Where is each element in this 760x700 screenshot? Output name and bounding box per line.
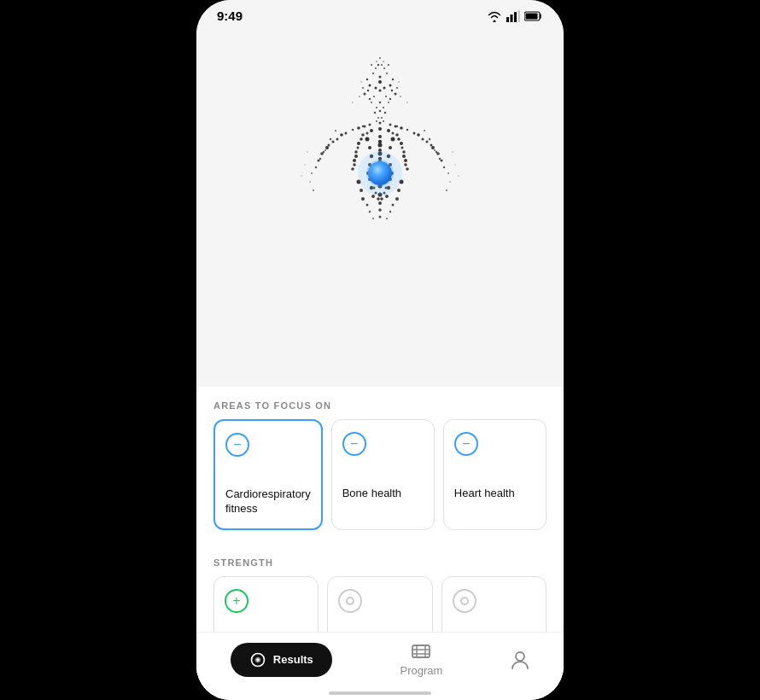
svg-point-142 — [378, 140, 382, 143]
svg-point-32 — [376, 107, 377, 108]
nav-program[interactable]: Program — [400, 642, 443, 677]
svg-point-62 — [328, 144, 330, 147]
bone-health-minus-icon[interactable] — [342, 432, 366, 456]
svg-rect-0 — [506, 17, 509, 22]
svg-point-94 — [351, 167, 354, 171]
svg-point-54 — [383, 120, 384, 122]
svg-point-178 — [386, 218, 388, 219]
bone-health-card[interactable]: Bone health — [331, 419, 435, 530]
nav-results[interactable]: Results — [231, 643, 332, 677]
svg-point-95 — [406, 167, 409, 171]
svg-point-101 — [389, 146, 392, 149]
svg-point-87 — [395, 133, 399, 137]
svg-point-91 — [402, 150, 406, 154]
svg-point-53 — [376, 120, 377, 122]
bone-health-label: Bone health — [342, 487, 424, 501]
svg-point-44 — [400, 96, 401, 97]
svg-point-12 — [389, 85, 392, 87]
svg-point-136 — [324, 149, 326, 151]
svg-point-155 — [404, 163, 407, 166]
blue-dot[interactable] — [368, 161, 392, 185]
cardiorespiratory-card[interactable]: Cardiorespiratory fitness — [213, 419, 323, 530]
svg-point-24 — [388, 64, 389, 66]
svg-point-15 — [362, 87, 364, 89]
svg-point-139 — [362, 125, 364, 127]
svg-point-45 — [352, 102, 353, 102]
svg-point-124 — [385, 195, 389, 198]
areas-section-label: AREAS TO FOCUS ON — [196, 387, 564, 419]
svg-point-36 — [383, 87, 386, 90]
battery-icon — [524, 11, 543, 21]
body-visualization — [196, 28, 564, 387]
status-time: 9:49 — [217, 9, 243, 23]
svg-point-75 — [422, 138, 424, 141]
svg-point-133 — [424, 130, 425, 131]
svg-point-180 — [256, 658, 259, 661]
svg-rect-1 — [511, 15, 513, 22]
svg-point-50 — [377, 117, 379, 119]
svg-point-149 — [397, 137, 400, 141]
svg-point-92 — [353, 159, 356, 162]
svg-point-28 — [379, 90, 382, 92]
svg-rect-5 — [526, 13, 538, 19]
svg-point-74 — [443, 166, 445, 168]
svg-point-80 — [406, 129, 408, 131]
svg-point-64 — [319, 158, 321, 160]
svg-point-177 — [379, 216, 382, 219]
wifi-icon — [487, 10, 502, 22]
svg-point-116 — [360, 189, 363, 192]
svg-point-164 — [307, 151, 308, 153]
svg-point-131 — [446, 190, 447, 191]
svg-point-129 — [449, 181, 451, 183]
strength-plus-icon[interactable] — [225, 589, 248, 613]
svg-point-134 — [330, 138, 331, 140]
heart-health-label: Heart health — [454, 487, 535, 501]
svg-point-169 — [458, 175, 459, 177]
heart-health-minus-icon[interactable] — [454, 432, 478, 456]
svg-point-21 — [376, 61, 377, 62]
svg-point-152 — [354, 155, 358, 158]
strength-circle-icon-2[interactable] — [338, 589, 362, 613]
results-icon — [249, 651, 266, 668]
svg-rect-2 — [514, 12, 517, 22]
program-icon — [411, 642, 431, 661]
svg-point-85 — [387, 129, 390, 132]
svg-point-126 — [311, 172, 313, 174]
svg-point-11 — [369, 85, 371, 87]
svg-point-140 — [389, 124, 392, 126]
svg-point-31 — [379, 102, 381, 103]
svg-point-35 — [375, 87, 377, 90]
svg-point-16 — [396, 87, 398, 89]
cardiorespiratory-minus-icon[interactable] — [225, 433, 249, 457]
svg-point-7 — [372, 73, 374, 74]
svg-point-122 — [371, 195, 375, 198]
nav-profile[interactable] — [511, 650, 529, 670]
svg-point-165 — [452, 151, 453, 153]
svg-point-69 — [417, 133, 420, 137]
heart-health-card[interactable]: Heart health — [443, 419, 547, 530]
svg-point-167 — [454, 164, 455, 165]
strength-circle-icon-3[interactable] — [453, 589, 476, 613]
svg-point-137 — [434, 149, 436, 151]
svg-point-135 — [429, 138, 430, 140]
svg-point-51 — [381, 117, 383, 119]
svg-point-90 — [354, 150, 358, 154]
svg-rect-181 — [412, 645, 430, 657]
svg-point-37 — [371, 102, 372, 103]
svg-point-42 — [398, 81, 399, 82]
results-label: Results — [273, 653, 313, 666]
cardiorespiratory-label: Cardiorespiratory fitness — [225, 487, 311, 516]
svg-point-96 — [365, 137, 370, 142]
svg-point-120 — [397, 189, 400, 192]
svg-point-86 — [361, 133, 365, 137]
svg-point-27 — [381, 64, 383, 66]
areas-cards-row: Cardiorespiratory fitness Bone health He… — [196, 419, 564, 544]
svg-point-78 — [439, 158, 441, 160]
svg-point-88 — [357, 142, 360, 145]
svg-point-171 — [378, 201, 382, 205]
svg-point-154 — [353, 163, 356, 166]
svg-point-10 — [392, 79, 394, 80]
svg-point-77 — [436, 151, 437, 153]
svg-point-168 — [301, 175, 302, 177]
svg-point-52 — [379, 122, 382, 125]
